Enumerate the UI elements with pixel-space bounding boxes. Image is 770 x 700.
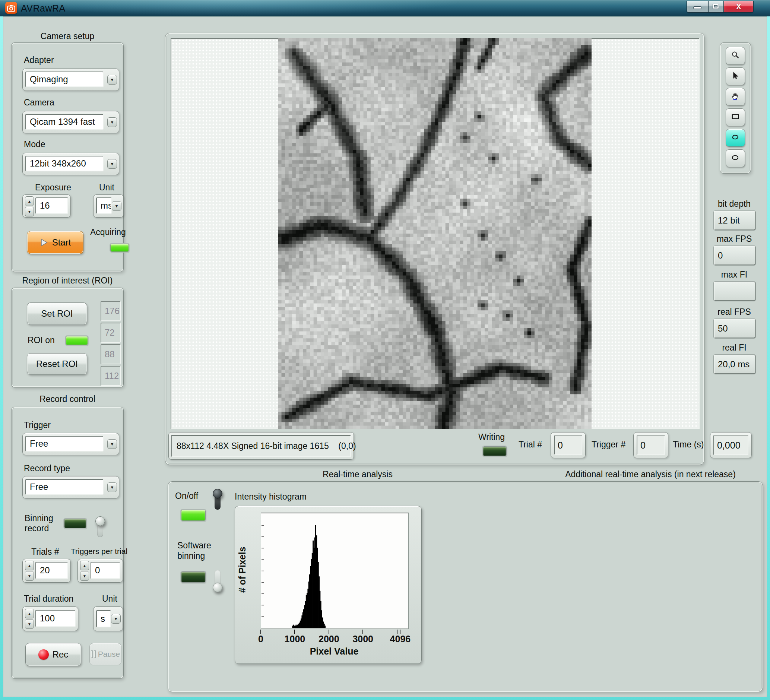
binning-record-toggle[interactable] bbox=[94, 517, 107, 539]
roi-value-field: 112 bbox=[100, 366, 121, 386]
image-status-box: 88x112 4.48X Signed 16-bit image 1615 (0… bbox=[168, 432, 354, 460]
chevron-down-icon[interactable]: ▼ bbox=[107, 75, 117, 84]
trial-number-value: 0 bbox=[554, 435, 582, 455]
analysis-onoff-toggle[interactable] bbox=[211, 490, 224, 511]
tool-zoom-button[interactable] bbox=[726, 47, 745, 65]
trial-duration-value: 100 bbox=[36, 610, 76, 627]
chevron-down-icon[interactable]: ▼ bbox=[107, 439, 117, 449]
histogram-xlabel: Pixel Value bbox=[304, 646, 364, 657]
start-button[interactable]: Start bbox=[27, 231, 83, 254]
x-tick-label: 4096 bbox=[380, 634, 421, 645]
tool-pan-button[interactable] bbox=[726, 88, 745, 106]
trigger-combo[interactable]: Free ▼ bbox=[23, 433, 119, 455]
record-type-label: Record type bbox=[24, 464, 70, 474]
tool-lasso-button[interactable] bbox=[726, 129, 745, 147]
real-fi-label: real FI bbox=[711, 343, 758, 353]
exposure-unit-combo[interactable]: ms ▼ bbox=[93, 194, 124, 218]
realtime-analysis-header: Real-time analysis bbox=[238, 469, 477, 479]
trial-number-field[interactable]: 0 bbox=[551, 432, 586, 458]
spin-up-icon[interactable]: ▲ bbox=[25, 609, 34, 618]
binning-record-label: Binning record bbox=[24, 513, 66, 533]
bit-depth-value: 12 bit bbox=[714, 211, 755, 230]
trigger-number-value: 0 bbox=[637, 435, 665, 455]
exposure-value: 16 bbox=[36, 197, 68, 214]
duration-unit-combo[interactable]: s ▼ bbox=[93, 606, 123, 631]
tool-rectangle-button[interactable] bbox=[726, 108, 745, 126]
cursor-icon bbox=[731, 71, 740, 82]
triggers-per-trial-label: Triggers per trial bbox=[71, 547, 128, 556]
maximize-icon bbox=[713, 4, 718, 8]
x-tick bbox=[362, 630, 363, 634]
tool-ellipse-button[interactable] bbox=[726, 149, 745, 167]
camera-image[interactable] bbox=[278, 38, 592, 429]
minimize-button[interactable] bbox=[687, 1, 708, 13]
set-roi-label: Set ROI bbox=[41, 309, 73, 319]
camera-setup-title: Camera setup bbox=[11, 31, 124, 41]
tool-cursor-button[interactable] bbox=[726, 68, 745, 85]
record-type-combo[interactable]: Free ▼ bbox=[23, 476, 119, 498]
spin-up-icon[interactable]: ▲ bbox=[25, 196, 34, 206]
camera-combo[interactable]: Qicam 1394 fast ▼ bbox=[23, 111, 119, 133]
lasso-icon bbox=[731, 133, 740, 143]
time-value: 0,000 bbox=[713, 435, 748, 455]
close-button[interactable]: x bbox=[724, 1, 754, 13]
x-tick bbox=[294, 630, 295, 634]
chevron-down-icon[interactable]: ▼ bbox=[112, 201, 121, 211]
histogram-ylabel: # of Pixels bbox=[237, 537, 248, 603]
spin-up-icon[interactable]: ▲ bbox=[80, 561, 89, 571]
analysis-onoff-label: On/off bbox=[175, 491, 198, 501]
rec-button[interactable]: Rec bbox=[25, 643, 81, 666]
triggers-per-trial-value: 0 bbox=[91, 562, 120, 579]
software-binning-led bbox=[181, 571, 205, 583]
roi-value-field: 72 bbox=[100, 323, 121, 343]
mode-combo[interactable]: 12bit 348x260 ▼ bbox=[23, 153, 119, 175]
maximize-button[interactable] bbox=[708, 1, 724, 13]
titlebar[interactable]: AVRawRA x bbox=[0, 0, 770, 16]
spin-down-icon[interactable]: ▼ bbox=[25, 619, 34, 629]
spin-down-icon[interactable]: ▼ bbox=[80, 571, 89, 581]
time-field[interactable]: 0,000 bbox=[710, 432, 752, 458]
record-type-value: Free bbox=[25, 479, 104, 495]
trigger-value: Free bbox=[25, 436, 104, 451]
x-tick bbox=[328, 630, 329, 634]
mode-value: 12bit 348x260 bbox=[25, 156, 104, 171]
histogram-plot[interactable] bbox=[261, 512, 409, 629]
adapter-label: Adapter bbox=[24, 55, 54, 65]
exposure-label: Exposure bbox=[35, 183, 71, 192]
pause-button[interactable]: Pause bbox=[89, 643, 121, 665]
trials-stepper[interactable]: ▲ ▼ 20 bbox=[23, 559, 71, 583]
trial-duration-label: Trial duration bbox=[24, 594, 73, 604]
x-tick-label: 3000 bbox=[342, 634, 383, 645]
max-fi-label: max FI bbox=[711, 270, 758, 280]
reset-roi-button[interactable]: Reset ROI bbox=[27, 353, 87, 375]
set-roi-button[interactable]: Set ROI bbox=[27, 302, 87, 325]
trial-number-label: Trial # bbox=[519, 440, 542, 449]
acquiring-label: Acquiring bbox=[90, 227, 126, 237]
binning-record-led bbox=[64, 519, 86, 528]
real-fi-value: 20,0 ms bbox=[714, 355, 755, 374]
minimize-icon bbox=[694, 7, 701, 8]
spin-up-icon[interactable]: ▲ bbox=[25, 561, 34, 571]
adapter-combo[interactable]: Qimaging ▼ bbox=[23, 68, 119, 91]
trigger-number-field[interactable]: 0 bbox=[633, 432, 668, 458]
rectangle-icon bbox=[731, 112, 740, 123]
triggers-per-trial-stepper[interactable]: ▲ ▼ 0 bbox=[78, 559, 123, 583]
chevron-down-icon[interactable]: ▼ bbox=[107, 159, 117, 169]
pause-icon bbox=[91, 650, 96, 658]
camera-label: Camera bbox=[24, 98, 54, 108]
trial-duration-stepper[interactable]: ▲ ▼ 100 bbox=[23, 606, 78, 631]
trials-value: 20 bbox=[36, 562, 68, 579]
exposure-stepper[interactable]: ▲ ▼ 16 bbox=[23, 194, 71, 218]
spin-down-icon[interactable]: ▼ bbox=[25, 207, 34, 217]
app-icon bbox=[5, 2, 17, 14]
play-icon bbox=[39, 238, 49, 247]
duration-unit-value: s bbox=[96, 610, 111, 627]
chevron-down-icon[interactable]: ▼ bbox=[107, 117, 117, 127]
zoom-icon bbox=[731, 51, 740, 61]
chevron-down-icon[interactable]: ▼ bbox=[107, 482, 117, 492]
software-binning-toggle[interactable] bbox=[211, 569, 224, 592]
chevron-down-icon[interactable]: ▼ bbox=[111, 614, 121, 624]
window-controls: x bbox=[687, 1, 754, 13]
bit-depth-label: bit depth bbox=[711, 199, 758, 209]
spin-down-icon[interactable]: ▼ bbox=[25, 571, 34, 581]
